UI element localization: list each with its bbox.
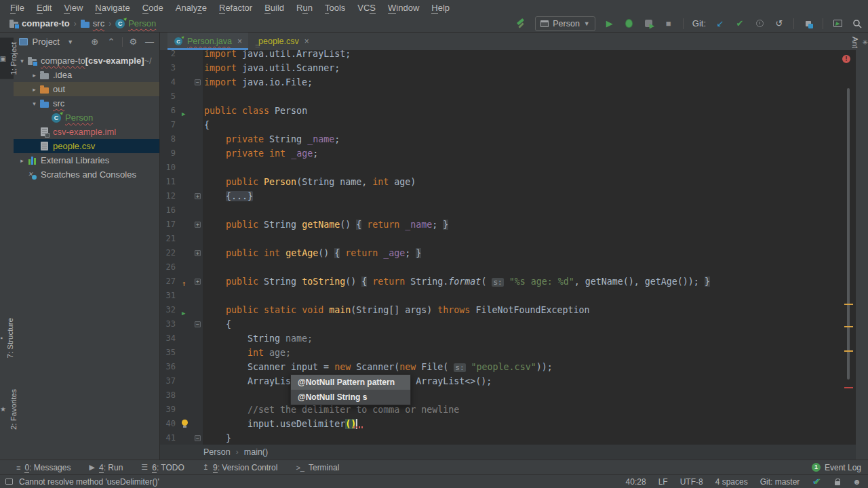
tree-row[interactable]: ✕Scratches and Consoles bbox=[14, 167, 159, 182]
tree-row[interactable]: ▸out bbox=[14, 82, 159, 96]
tree-toggle-icon[interactable]: ▸ bbox=[18, 157, 26, 164]
menu-item-help[interactable]: Help bbox=[425, 1, 456, 14]
fold-marker-icon[interactable]: − bbox=[195, 79, 201, 85]
toolwindow-button--run[interactable]: ▶4: Run bbox=[89, 463, 123, 472]
collapse-all-icon[interactable]: ⌃ bbox=[105, 37, 117, 47]
tree-toggle-icon[interactable]: ▸ bbox=[30, 86, 39, 93]
breadcrumb-item-src[interactable]: src bbox=[81, 18, 104, 28]
menu-item-analyze[interactable]: Analyze bbox=[170, 1, 213, 14]
menu-item-refactor[interactable]: Refactor bbox=[213, 1, 258, 14]
error-stripe-indicator[interactable]: ! bbox=[842, 55, 850, 63]
error-stripe-mark[interactable] bbox=[844, 387, 853, 388]
tree-row[interactable]: csv-example.iml bbox=[14, 125, 159, 139]
highlighting-level-icon[interactable]: ☻ bbox=[852, 477, 861, 487]
fold-marker-icon[interactable]: + bbox=[195, 222, 201, 228]
debug-button[interactable] bbox=[624, 18, 635, 29]
code-line[interactable]: 21 bbox=[160, 232, 856, 246]
editor-breadcrumb-item[interactable]: main() bbox=[244, 447, 268, 457]
tab-people-csv[interactable]: people.csv× bbox=[248, 33, 315, 50]
code-line[interactable]: 33− { bbox=[160, 317, 856, 331]
fold-marker-icon[interactable]: − bbox=[195, 435, 201, 441]
code-line[interactable]: 17+ public String getName() { return _na… bbox=[160, 218, 856, 232]
tree-toggle-icon[interactable]: ▾ bbox=[30, 100, 39, 107]
menu-item-window[interactable]: Window bbox=[382, 1, 425, 14]
menu-item-run[interactable]: Run bbox=[290, 1, 319, 14]
code-line[interactable]: 26 bbox=[160, 260, 856, 274]
code-line[interactable]: 12+ {...} bbox=[160, 189, 856, 203]
code-line[interactable]: 8 private String _name; bbox=[160, 132, 856, 146]
run-anything-icon[interactable]: ▶ bbox=[832, 18, 843, 29]
hide-panel-icon[interactable]: — bbox=[144, 37, 155, 47]
menu-item-build[interactable]: Build bbox=[258, 1, 290, 14]
close-icon[interactable]: × bbox=[237, 37, 242, 46]
locate-file-icon[interactable]: ⊕ bbox=[89, 37, 100, 47]
code-line[interactable]: 37 ArrayList<Person> people = new ArrayL… bbox=[160, 374, 856, 388]
editor-scrollbar[interactable] bbox=[847, 88, 850, 380]
menu-item-edit[interactable]: Edit bbox=[31, 1, 58, 14]
code-line[interactable]: 2import java.util.ArrayList; bbox=[160, 50, 856, 61]
code-line[interactable]: 16 bbox=[160, 203, 856, 218]
chevron-down-icon[interactable]: ▼ bbox=[64, 39, 76, 45]
warning-stripe-mark[interactable] bbox=[844, 350, 853, 352]
fold-marker-icon[interactable]: − bbox=[195, 321, 201, 327]
menu-item-vcs[interactable]: VCS bbox=[351, 1, 382, 14]
breadcrumb-item-person[interactable]: CPerson bbox=[115, 18, 156, 28]
rollback-icon[interactable]: ↺ bbox=[774, 18, 785, 29]
popup-option[interactable]: @NotNull Pattern pattern bbox=[291, 375, 410, 390]
toolwindow-button--todo[interactable]: ☰6: TODO bbox=[141, 463, 184, 472]
code-line[interactable]: 10 bbox=[160, 161, 856, 175]
toolwindow-button--version-control[interactable]: ↥9: Version Control bbox=[203, 463, 278, 472]
toolwindow-button-terminal[interactable]: >_Terminal bbox=[296, 463, 339, 472]
code-line[interactable]: 31 bbox=[160, 289, 856, 303]
toolwindow-tab-favorites[interactable]: ★2: Favorites bbox=[0, 385, 14, 434]
tree-toggle-icon[interactable]: ▾ bbox=[18, 58, 26, 64]
fold-marker-icon[interactable]: + bbox=[195, 250, 201, 256]
search-everywhere-icon[interactable] bbox=[852, 18, 863, 29]
code-line[interactable]: 35 int age; bbox=[160, 346, 856, 360]
code-line[interactable]: 9 private int _age; bbox=[160, 146, 856, 161]
event-log-button[interactable]: 1 Event Log bbox=[812, 463, 861, 472]
menu-item-view[interactable]: View bbox=[58, 1, 89, 14]
status-item-4-spaces[interactable]: 4 spaces bbox=[715, 477, 748, 487]
run-with-coverage-button[interactable]: ▶ bbox=[644, 18, 654, 29]
run-button[interactable]: ▶ bbox=[604, 18, 615, 29]
code-line[interactable]: 38 bbox=[160, 388, 856, 403]
tab-person-java[interactable]: CPerson.java× bbox=[167, 33, 248, 50]
status-item-lf[interactable]: LF bbox=[658, 477, 668, 487]
warning-stripe-mark[interactable] bbox=[844, 326, 853, 327]
menu-item-file[interactable]: File bbox=[4, 1, 31, 14]
toolwindow-switcher-icon[interactable] bbox=[5, 479, 13, 485]
tree-row[interactable]: ▾src bbox=[14, 96, 159, 110]
code-line[interactable]: 11 public Person(String name, int age) bbox=[160, 175, 856, 189]
close-icon[interactable]: × bbox=[304, 37, 309, 46]
tree-row[interactable]: CPerson bbox=[14, 110, 159, 125]
fold-marker-icon[interactable]: + bbox=[195, 279, 201, 285]
status-item-git-master[interactable]: Git: master bbox=[760, 477, 800, 487]
intention-bulb-icon[interactable] bbox=[182, 420, 188, 426]
editor-breadcrumb-item[interactable]: Person bbox=[203, 447, 231, 457]
status-item-utf-8[interactable]: UTF-8 bbox=[680, 477, 703, 487]
code-line[interactable]: 34 String name; bbox=[160, 331, 856, 346]
code-line[interactable]: 3import java.util.Scanner; bbox=[160, 61, 856, 75]
inspections-status-icon[interactable]: ✔ bbox=[812, 476, 823, 487]
git-update-icon[interactable]: ↙ bbox=[715, 18, 726, 29]
code-line[interactable]: 27↑+ public String toString() { return S… bbox=[160, 274, 856, 289]
git-commit-icon[interactable]: ✔ bbox=[734, 18, 745, 29]
breadcrumb-item-compare-to[interactable]: compare-to bbox=[9, 18, 70, 28]
code-line[interactable]: 7{ bbox=[160, 118, 856, 132]
code-line[interactable]: 39 //set the delimiter to comma or newli… bbox=[160, 403, 856, 417]
tree-row[interactable]: ▸External Libraries bbox=[14, 153, 159, 167]
code-line[interactable]: 6▶public class Person bbox=[160, 104, 856, 118]
build-hammer-icon[interactable] bbox=[515, 18, 526, 29]
tree-row[interactable]: ▾compare-to [csv-example] ~/ bbox=[14, 54, 159, 68]
toolwindow-button--messages[interactable]: ≡0: Messages bbox=[16, 463, 71, 472]
gear-icon[interactable]: ⚙ bbox=[127, 37, 139, 47]
code-line[interactable]: 32▶ public static void main(String[] arg… bbox=[160, 303, 856, 317]
code-line[interactable]: 22+ public int getAge() { return _age; } bbox=[160, 246, 856, 260]
project-structure-icon[interactable] bbox=[803, 18, 814, 29]
lock-icon[interactable] bbox=[835, 481, 840, 485]
code-line[interactable]: 40 input.useDelimiter() bbox=[160, 417, 856, 431]
menu-item-navigate[interactable]: Navigate bbox=[89, 1, 136, 14]
menu-item-tools[interactable]: Tools bbox=[319, 1, 351, 14]
code-line[interactable]: 41− } bbox=[160, 431, 856, 445]
